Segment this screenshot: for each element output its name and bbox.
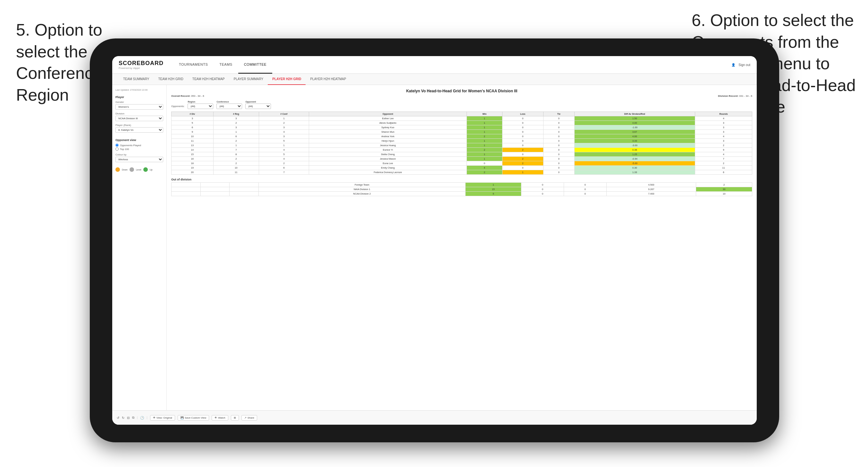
cell-loss: 0 <box>502 143 544 148</box>
legend-label-up: Up <box>150 168 153 171</box>
sub-nav-team-summary[interactable]: TEAM SUMMARY <box>119 74 154 85</box>
cell-diff: 0.38 <box>574 148 695 152</box>
filter-conference-select[interactable]: (All) <box>216 103 242 109</box>
separator-1: | <box>137 416 137 419</box>
main-content: Last Updated: 27/03/2024 10:46 Player Ge… <box>112 85 757 410</box>
cell-rounds: 2 <box>696 183 752 187</box>
filter-region-label: Region <box>188 101 213 103</box>
cell-tie: 0 <box>564 192 606 196</box>
col-header-tie: Tie <box>544 112 574 116</box>
cell-loss: 2 <box>502 161 544 166</box>
cell-conf <box>229 183 259 187</box>
table-row: 19 10 6 Emily Chang 4 0 0 0.30 11 <box>172 166 752 170</box>
division-record: Division Record: 331 - 34 - 6 <box>718 95 752 97</box>
cell-diff: 0.30 <box>574 166 695 170</box>
save-custom-btn[interactable]: 💾 Save Custom View <box>178 415 209 421</box>
cell-conf: 4 <box>259 157 309 161</box>
sidebar-colour-by-select[interactable]: Win/loss <box>116 157 163 162</box>
watch-icon: 👁 <box>215 416 217 419</box>
cell-tie: 0 <box>544 130 574 134</box>
cell-tie: 0 <box>544 161 574 166</box>
history-icon[interactable]: ⊟ <box>127 416 129 419</box>
sign-out-link[interactable]: Sign out <box>739 63 750 67</box>
sub-nav-team-h2h-heatmap[interactable]: TEAM H2H HEATMAP <box>188 74 229 85</box>
h2h-grid-table: # Div # Reg # Conf Opponent Win Loss Tie… <box>171 112 752 175</box>
cell-reg <box>200 183 229 187</box>
sidebar-gender-label: Gender <box>116 101 163 103</box>
data-title: Katelyn Vo Head-to-Head Grid for Women's… <box>171 89 752 93</box>
cell-tie: 0 <box>544 143 574 148</box>
cell-rounds: 6 <box>695 170 752 175</box>
cell-conf: 2 <box>259 121 309 125</box>
radio-top100-input[interactable] <box>116 148 119 151</box>
cell-conf: 2 <box>259 161 309 166</box>
cell-rounds: 4 <box>695 116 752 121</box>
sidebar-player-title: Player <box>116 95 163 99</box>
col-header-diff: Diff Av Strokes/Rnd <box>574 112 695 116</box>
cell-div <box>172 187 201 192</box>
filter-region-select[interactable]: (All) <box>188 103 213 109</box>
cell-win: 15 <box>465 187 521 192</box>
sidebar-colour-by-label: Colour by <box>116 153 163 156</box>
sub-nav-player-summary[interactable]: PLAYER SUMMARY <box>229 74 268 85</box>
cell-div: 5 <box>172 121 214 125</box>
cell-reg: 1 <box>213 143 259 148</box>
nav-tournaments[interactable]: TOURNAMENTS <box>173 56 214 74</box>
undo-icon[interactable]: ↺ <box>117 416 119 419</box>
cell-win: 1 <box>467 130 502 134</box>
cell-conf: 6 <box>259 166 309 170</box>
cell-tie: 0 <box>544 134 574 139</box>
cell-win: 1 <box>467 125 502 130</box>
cell-reg: 8 <box>213 152 259 157</box>
cell-opponent: Euna Lee <box>309 161 467 166</box>
cell-loss: 0 <box>502 134 544 139</box>
header-left: SCOREBOARD Powered by clippd TOURNAMENTS… <box>119 56 272 74</box>
cell-win: 2 <box>467 170 502 175</box>
cell-diff: 4.00 <box>574 134 695 139</box>
filter-opponent-select[interactable]: (All) <box>245 103 271 109</box>
redo-icon[interactable]: ↻ <box>122 416 124 419</box>
cell-reg <box>200 192 229 196</box>
col-header-opponent: Opponent <box>309 112 467 116</box>
sidebar-radio-group: Opponents Played Top 100 <box>116 144 163 151</box>
nav-teams[interactable]: TEAMS <box>214 56 238 74</box>
legend-dot-down <box>116 167 120 172</box>
radio-opponents-played[interactable]: Opponents Played <box>116 144 163 147</box>
sub-nav-team-h2h-grid[interactable]: TEAM H2H GRID <box>154 74 188 85</box>
table-row: 18 2 2 Euna Lee 0 2 0 -5.00 2 <box>172 161 752 166</box>
out-of-division-header: Out of division <box>171 178 752 181</box>
nav-committee[interactable]: COMMITTEE <box>238 56 273 74</box>
view-original-btn[interactable]: 👁 View: Original <box>150 415 175 421</box>
sidebar-player-rank-select[interactable]: 8. Katelyn Vo <box>116 127 163 133</box>
share-btn[interactable]: ↗ Share <box>242 415 257 421</box>
cell-tie: 0 <box>544 125 574 130</box>
sub-nav-player-h2h-grid[interactable]: PLAYER H2H GRID <box>268 74 306 85</box>
cell-reg: 2 <box>213 161 259 166</box>
cell-conf: 5 <box>259 139 309 143</box>
cell-rounds: 9 <box>695 148 752 152</box>
cell-div: 20 <box>172 170 214 175</box>
cell-opponent: Sharon Mun <box>309 130 467 134</box>
cell-opponent: Stella Cheng <box>309 152 467 157</box>
cell-div: 11 <box>172 139 214 143</box>
save-icon: 💾 <box>181 416 184 419</box>
out-of-division-table: Foreign Team 1 0 0 4.500 2 NAIA Division… <box>171 182 752 196</box>
logo-area: SCOREBOARD Powered by clippd <box>119 60 163 69</box>
copy-icon[interactable]: ⧉ <box>132 416 134 419</box>
logo-text: SCOREBOARD <box>119 60 163 67</box>
sidebar-gender-select[interactable]: Women's <box>116 104 163 110</box>
cell-loss: 0 <box>521 187 564 192</box>
sidebar-division-select[interactable]: NCAA Division III <box>116 116 163 121</box>
watch-btn[interactable]: 👁 Watch <box>212 415 228 421</box>
cell-div <box>172 192 201 196</box>
layout-btn[interactable]: ⊞ <box>231 415 239 421</box>
radio-opponents-played-input[interactable] <box>116 144 119 147</box>
table-row: 5 2 2 Alexis Sudjianto 1 0 0 4.00 3 <box>172 121 752 125</box>
cell-tie: 0 <box>544 116 574 121</box>
clock-icon[interactable]: 🕐 <box>140 416 144 419</box>
cell-diff: 1.33 <box>574 170 695 175</box>
cell-rounds: 11 <box>695 166 752 170</box>
sidebar-timestamp: Last Updated: 27/03/2024 10:46 <box>116 89 163 91</box>
radio-top100[interactable]: Top 100 <box>116 148 163 151</box>
sub-nav-player-h2h-heatmap[interactable]: PLAYER H2H HEATMAP <box>306 74 350 85</box>
